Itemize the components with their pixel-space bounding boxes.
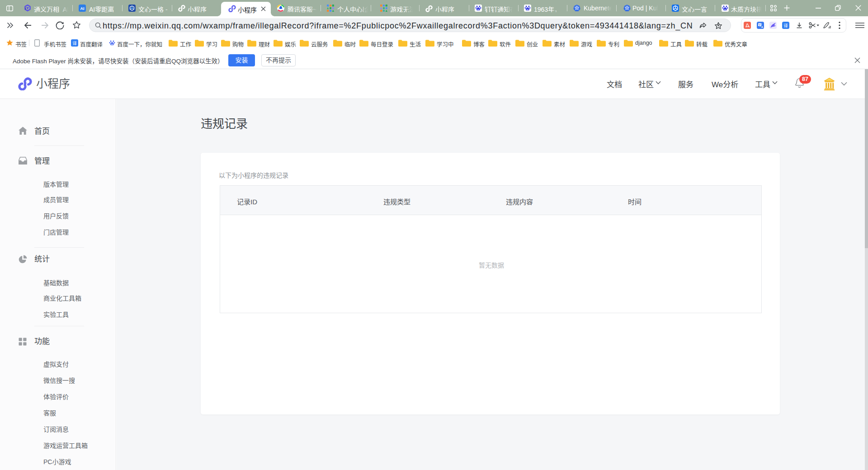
- svg-text:du: du: [724, 9, 726, 11]
- svg-text:du: du: [477, 9, 480, 11]
- svg-text:译: 译: [72, 41, 77, 46]
- svg-text:译: 译: [783, 23, 788, 28]
- svg-text:AI: AI: [80, 6, 85, 11]
- svg-text:du: du: [526, 9, 529, 11]
- svg-text:du: du: [111, 43, 113, 46]
- svg-text:A: A: [761, 26, 764, 28]
